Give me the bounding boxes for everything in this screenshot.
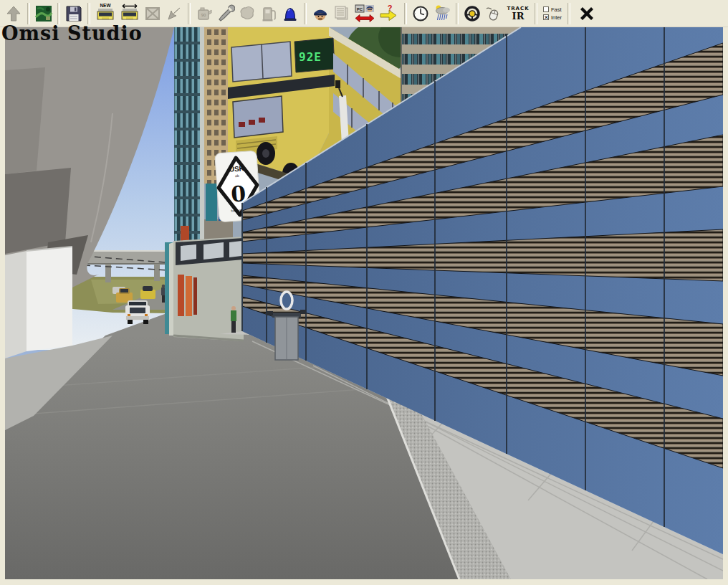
trackir-icon: TRACK IR (507, 6, 529, 21)
frame-icon (143, 4, 162, 23)
fast-label: Fast (551, 6, 562, 13)
repair-button[interactable] (215, 1, 236, 26)
toolbar-separator (57, 3, 60, 24)
ai-toggle-button[interactable]: PC (353, 1, 377, 26)
toolbar-separator (304, 3, 307, 24)
driver-head-icon (365, 5, 374, 12)
oil-button-disabled[interactable]: 90 (193, 1, 215, 26)
bus-front-icon (97, 9, 113, 19)
close-x-icon (576, 3, 598, 24)
weather-rain-icon (432, 4, 452, 24)
wash-button-disabled[interactable] (236, 1, 258, 26)
weather-button[interactable] (431, 1, 453, 26)
map-thumbnail-icon (34, 4, 53, 23)
bus-front-icon (122, 9, 138, 19)
bus-rear-lower-window (233, 96, 283, 138)
inter-checkbox[interactable]: ✕ (543, 14, 549, 20)
inter-label: Inter (551, 14, 562, 21)
timetable-icon (332, 4, 351, 23)
toolbar-separator (404, 3, 407, 24)
swap-arrow-icon (355, 14, 374, 22)
driver-face-icon (311, 4, 330, 23)
oil-can-icon: 90 (195, 4, 214, 23)
view-options-panel: Fast ✕ Inter (540, 5, 565, 22)
option-inter[interactable]: ✕ Inter (543, 14, 562, 21)
pc-label: PC (357, 6, 363, 11)
blue-light-icon (281, 4, 300, 23)
bus-route-text: 92E (299, 50, 322, 64)
toolbar-separator (535, 3, 537, 24)
toolbar-separator (27, 3, 30, 24)
controls-button[interactable] (461, 1, 483, 26)
return-arrow-button-disabled[interactable] (163, 1, 185, 26)
exit-button[interactable] (573, 1, 600, 26)
pc-monitor-icon: PC (355, 5, 364, 12)
wrench-icon (216, 4, 235, 23)
option-fast[interactable]: Fast (543, 6, 562, 13)
usk-top-text: USK (229, 164, 245, 173)
driver-button[interactable] (310, 1, 331, 26)
fast-checkbox[interactable] (543, 6, 549, 12)
trackir-button[interactable]: TRACK IR (504, 1, 532, 26)
new-label: NEW (100, 3, 111, 8)
red-door (186, 276, 192, 316)
refuel-button-disabled[interactable] (258, 1, 279, 26)
save-floppy-icon (64, 4, 83, 23)
place-bus-button-disabled[interactable] (142, 1, 163, 26)
mouse-icon (484, 4, 503, 23)
trackir-text-bottom: IR (512, 11, 525, 21)
time-button[interactable] (410, 1, 431, 26)
sponge-icon (238, 4, 257, 23)
blue-light-button[interactable] (279, 1, 301, 26)
app-title: Omsi Studio (1, 22, 143, 44)
red-door (178, 275, 184, 316)
clock-icon (411, 4, 430, 23)
up-arrow-icon (4, 4, 23, 23)
steering-wheel-icon (463, 4, 482, 23)
toolbar-separator (456, 3, 459, 24)
next-stop-button[interactable]: ? (377, 1, 401, 26)
timetable-button-disabled[interactable] (331, 1, 353, 26)
toolbar-separator (87, 3, 90, 24)
scene-3d-view: 92E (5, 27, 723, 579)
bus-mirror (335, 80, 340, 88)
3d-viewport[interactable]: 92E (5, 27, 723, 579)
down-left-arrow-icon (165, 4, 183, 23)
toolbar-separator (567, 3, 570, 24)
left-right-arrow-icon (123, 4, 137, 8)
white-building (5, 247, 72, 358)
teal-tower (174, 27, 204, 249)
fuel-pump-icon (259, 4, 278, 23)
svg-text:90: 90 (201, 13, 206, 17)
bridge-pillar (154, 264, 160, 281)
mouse-steering-button[interactable] (483, 1, 504, 26)
usk-ab-text: ab (235, 173, 239, 178)
toolbar-separator (188, 3, 191, 24)
